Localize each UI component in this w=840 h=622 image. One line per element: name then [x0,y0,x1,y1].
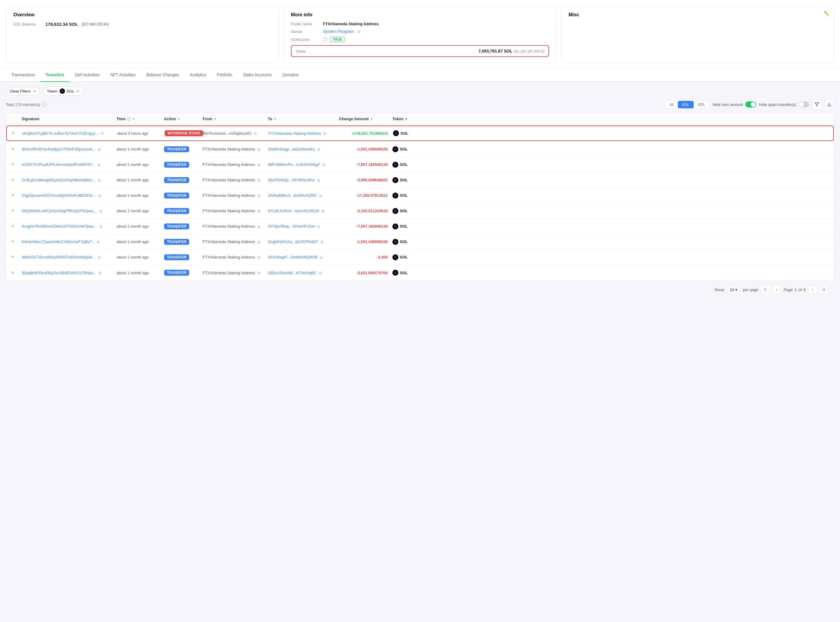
hide-zero-toggle[interactable] [746,102,756,107]
tab-portfolio[interactable]: Portfolio [212,68,237,82]
copy-sig-icon[interactable]: ⧉ [98,194,102,198]
to-link[interactable]: J5aWv3oigy...sstZwWswEu [268,147,315,151]
copy-sig-icon[interactable]: ⧉ [99,224,103,229]
table-row: 👁 64rHeHkec1TpwzVo9uCA93uXwF7pByT... ⧉ a… [6,234,834,250]
change-amount-sort-icon[interactable]: ▼ [370,117,373,121]
to-link[interactable]: GEbz1GwzM8...izT4oAtqBC [268,271,317,275]
copy-sig-icon[interactable]: ⧉ [101,131,105,135]
token-filter-x-icon[interactable]: ✕ [76,89,79,93]
copy-from-icon[interactable]: ⧉ [257,147,262,151]
tab-defi-activities[interactable]: Defi Activities [70,68,105,82]
eye-icon[interactable]: 👁 [11,255,15,259]
next-page-btn[interactable]: › [808,285,817,294]
time-cell: about 1 month ago [114,236,162,247]
eye-icon[interactable]: 👁 [11,209,15,213]
copy-to-icon[interactable]: ⧉ [323,163,327,167]
signature-link[interactable]: 4J26Y7hXPzyBJFKJ4mAzbqVRXdMFXY... [22,162,95,167]
clear-filters-x-icon[interactable]: ✕ [33,89,36,93]
total-info-icon[interactable]: i [42,102,47,107]
to-link[interactable]: 2fyxFD4v6p...UiP4Rhy3Rw [268,178,315,182]
signature-link[interactable]: oKQKbX7LjiBCVLvUEer7tvTAvCYCEUgqJ... [22,131,99,136]
copy-owner-icon[interactable]: ⧉ [358,29,362,34]
signature-link[interactable]: 56QtWeWLsMCjhSzchbgPRKixj2rPbJywL... [22,209,97,213]
signature-link[interactable]: 64rHeHkec1TpwzVo9uCA93uXwF7pByT... [22,239,94,244]
copy-from-icon[interactable]: ⧉ [254,131,258,135]
owner-link[interactable]: System Program [323,29,354,34]
edit-icon[interactable]: ✏️ [824,11,829,16]
to-link[interactable]: 6TLWLhVKxV...4szmHCRDz9 [268,209,319,213]
tab-domains[interactable]: Domains [277,68,304,82]
to-link[interactable]: JAMejM8ku3...deSWchQf8C [268,193,317,198]
tab-balance-changes[interactable]: Balance Changes [141,68,184,82]
copy-sig-icon[interactable]: ⧉ [98,178,102,182]
copy-sig-icon[interactable]: ⧉ [99,271,103,275]
eye-icon[interactable]: 👁 [11,178,15,182]
tab-stake-accounts[interactable]: Stake Accounts [237,68,277,82]
from-sort-icon[interactable]: ▼ [213,117,217,121]
to-link[interactable]: FTX/Alameda Staking Address [268,131,321,136]
signature-link[interactable]: 3G4rvRfx9Chs4hy9jyj1nT59oP28jzzxwuk... [22,147,96,151]
signature-link[interactable]: 2U9LjjCkaMwqjtWLpeQuhGqh9kekqWa1... [22,178,96,182]
copy-from-icon[interactable]: ⧉ [257,209,262,213]
download-icon-btn[interactable] [825,100,834,109]
clear-filters-chip[interactable]: Clear Filters ✕ [6,87,40,95]
copy-to-icon[interactable]: ⧉ [320,255,324,259]
eye-icon[interactable]: 👁 [12,131,15,136]
copy-to-icon[interactable]: ⧉ [319,271,323,275]
copy-to-icon[interactable]: ⧉ [321,209,326,213]
copy-to-icon[interactable]: ⧉ [321,240,325,244]
copy-sig-icon[interactable]: ⧉ [97,240,101,244]
eye-icon[interactable]: 👁 [11,193,15,198]
to-link[interactable]: 9X5cNsgif7...DsMd1WQW35 [268,255,318,259]
tab-analytics[interactable]: Analytics [184,68,212,82]
last-page-btn[interactable]: ⟩⟩ [820,285,828,294]
prev-page-btn[interactable]: ‹ [772,285,781,294]
to-link[interactable]: 98PVBNhmPu...1UK6XG66gF [268,162,320,167]
copy-from-icon[interactable]: ⧉ [257,224,262,229]
to-link[interactable]: DcgbRdHUXa...qKZKP5v84T [268,239,318,244]
type-spl-btn[interactable]: SPL [694,101,709,108]
tab-transactions[interactable]: Transactions [6,68,40,82]
filter-icon-btn[interactable] [812,100,822,109]
copy-to-icon[interactable]: ⧉ [319,194,323,198]
type-sol-btn[interactable]: SOL [678,101,694,108]
copy-to-icon[interactable]: ⧉ [323,131,327,135]
eye-icon[interactable]: 👁 [11,147,15,151]
signature-link[interactable]: 23gZQuxwr4422VkcadQHAReKnBB291b... [22,193,96,198]
per-page-select[interactable]: 10 ▾ [727,286,740,293]
copy-from-icon[interactable]: ⧉ [257,271,262,275]
copy-sig-icon[interactable]: ⧉ [98,255,102,259]
eye-icon[interactable]: 👁 [11,224,15,229]
token-cell: SOL [390,190,414,201]
copy-from-icon[interactable]: ⧉ [257,255,262,259]
eye-cell: 👁 [9,236,19,247]
tab-transfers[interactable]: Transfers [40,68,70,82]
copy-to-icon[interactable]: ⧉ [317,224,321,229]
content-area: Clear Filters ✕ Token: SOL ✕ Total 174 t… [0,82,840,301]
copy-from-icon[interactable]: ⧉ [257,163,262,167]
signature-link[interactable]: 3vxgHc76nSWmUZk6e1dTSSXGnM7jkao... [22,224,97,229]
time-sort-icon[interactable]: ▼ [132,117,135,121]
copy-from-icon[interactable]: ⧉ [257,194,262,198]
token-filter-chip[interactable]: Token: SOL ✕ [43,87,83,96]
hide-spam-toggle[interactable] [799,102,809,107]
action-sort-icon[interactable]: ▼ [177,117,180,121]
copy-from-icon[interactable]: ⧉ [257,178,262,182]
tab-nft-activities[interactable]: NFT Activities [105,68,141,82]
signature-link[interactable]: 9QtpjMdFXkxtD8gToU4B4EANVUzTkNqv... [22,271,96,275]
copy-from-icon[interactable]: ⧉ [257,240,262,244]
token-sort-icon[interactable]: ▼ [405,117,408,121]
eye-icon[interactable]: 👁 [11,271,15,275]
eye-icon[interactable]: 👁 [11,239,15,244]
to-link[interactable]: GX7jbc95ep...3SVeHFrZVe [268,224,315,229]
copy-sig-icon[interactable]: ⧉ [99,209,103,213]
copy-sig-icon[interactable]: ⧉ [97,163,102,167]
copy-to-icon[interactable]: ⧉ [317,147,321,151]
signature-link[interactable]: 4tb6hZeTJDcx89XpN5M5TwRHxMa9jAik... [22,255,96,259]
copy-sig-icon[interactable]: ⧉ [98,147,102,151]
eye-icon[interactable]: 👁 [11,162,15,167]
first-page-btn[interactable]: ⟨⟨ [761,285,769,294]
to-sort-icon[interactable]: ▼ [274,117,277,121]
type-all-btn[interactable]: All [665,101,677,108]
copy-to-icon[interactable]: ⧉ [317,178,321,182]
